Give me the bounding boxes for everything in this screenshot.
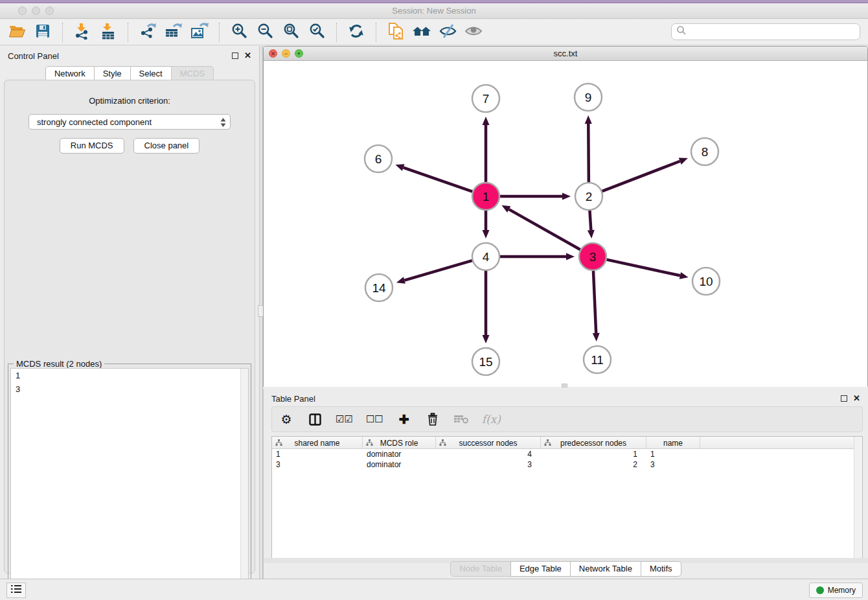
home-icon [412,24,431,41]
close-panel-icon[interactable]: ✕ [244,52,251,59]
graph-edge-3-1[interactable] [509,209,580,249]
shared-column-icon [366,439,373,446]
optimization-criterion-select[interactable]: strongly connected component [29,114,231,130]
column-header-name[interactable]: name [646,437,700,449]
zoom-in-button[interactable] [226,22,252,43]
table-cell[interactable]: 2 [541,459,646,470]
table-cell[interactable]: 3 [272,459,363,470]
zoom-selected-button[interactable] [304,22,330,43]
table-cell[interactable]: 3 [646,459,700,470]
table-cell[interactable]: 1 [272,449,363,459]
title-bar: Session: New Session [0,3,868,19]
float-table-panel-icon[interactable] [841,395,847,402]
network-minimize-button[interactable]: − [282,49,290,58]
toolbar-separator [376,23,376,42]
tab-network-table[interactable]: Network Table [570,561,641,577]
close-window-button[interactable] [18,6,27,15]
shared-column-icon [544,439,551,446]
graph-edge-2-8[interactable] [602,161,680,191]
unselect-all-columns-icon[interactable]: ☐☐ [366,413,383,425]
tab-edge-table[interactable]: Edge Table [510,561,571,577]
select-all-columns-icon[interactable]: ☑☑ [336,413,353,425]
graph-edge-3-11[interactable] [593,271,596,333]
hide-panel-button[interactable] [435,22,461,43]
main-toolbar [0,19,868,45]
show-columns-icon[interactable] [307,413,323,426]
close-table-panel-icon[interactable]: ✕ [853,395,860,402]
minimize-window-button[interactable] [32,6,40,15]
network-close-button[interactable]: ✕ [269,49,277,58]
table-row[interactable]: 1dominator411 [272,449,862,459]
memory-status-icon [816,586,824,594]
refresh-view-button[interactable] [343,22,369,43]
table-cell[interactable]: 3 [436,459,541,470]
column-header-successor-nodes[interactable]: successor nodes [436,437,541,449]
table-cell[interactable]: dominator [363,459,436,470]
export-image-button[interactable] [187,22,212,43]
close-panel-button[interactable]: Close panel [133,138,200,154]
import-table-icon [100,23,117,42]
network-maximize-button[interactable]: + [295,49,303,58]
create-column-icon[interactable]: ✚ [396,412,412,427]
table-cell[interactable]: 1 [541,449,646,459]
result-line: 1 [11,369,248,382]
export-table-button[interactable] [161,22,187,43]
task-list-icon [10,584,22,596]
column-header-shared-name[interactable]: shared name [272,437,363,449]
duplicate-network-button[interactable] [383,22,409,43]
save-session-button[interactable] [30,22,56,43]
graph-edge-4-14[interactable] [404,260,472,280]
table-panel-title: Table Panel [271,394,315,404]
shared-column-icon [439,439,446,446]
column-header-predecessor-nodes[interactable]: predecessor nodes [541,437,646,449]
column-header-MCDS-role[interactable]: MCDS role [363,437,436,449]
tab-node-table[interactable]: Node Table [450,561,511,577]
table-body: 1dominator4113dominator323 [272,449,862,470]
edge-arrowhead [585,115,592,124]
delete-column-trash-icon[interactable] [425,413,440,426]
zoom-fit-button[interactable] [278,22,304,43]
tab-motifs[interactable]: Motifs [641,561,681,577]
show-panel-button[interactable] [461,22,486,43]
import-table-button[interactable] [95,22,121,43]
maximize-window-button[interactable] [45,6,54,15]
memory-button[interactable]: Memory [809,583,863,598]
graph-node-label: 15 [479,355,492,369]
edge-arrowhead [395,164,404,170]
graph-edge-2-3[interactable] [589,211,591,230]
open-session-button[interactable] [4,22,30,43]
network-window-titlebar[interactable]: ✕ − + scc.txt [264,47,867,61]
import-network-button[interactable] [69,22,95,43]
zoom-out-button[interactable] [252,22,278,43]
task-history-button[interactable] [6,583,26,598]
mcds-result-list[interactable]: 13 [10,368,249,600]
table-cell[interactable]: dominator [363,449,436,459]
result-scrollbar[interactable] [240,369,248,600]
network-resize-grip[interactable] [562,384,567,387]
function-builder-icon: f(x) [482,413,501,426]
mcds-result-lines: 13 [11,369,248,396]
open-folder-icon [8,24,26,41]
table-scrollbar[interactable] [854,437,862,559]
table-row[interactable]: 3dominator323 [272,459,862,470]
table-cell[interactable]: 1 [646,449,700,459]
table-cell[interactable]: 4 [436,449,541,459]
column-header-label: successor nodes [459,439,517,448]
float-panel-icon[interactable] [232,52,238,59]
network-canvas[interactable]: 1234678910111415 [264,61,867,387]
search-input[interactable] [671,23,860,40]
save-floppy-icon [36,24,50,41]
home-layout-button[interactable] [409,22,435,43]
table-settings-gear-icon[interactable]: ⚙ [279,412,294,427]
run-mcds-button[interactable]: Run MCDS [60,138,124,154]
zoom-out-icon [257,23,273,41]
dropdown-stepper-icon [220,117,227,130]
node-table[interactable]: shared nameMCDS rolesuccessor nodesprede… [271,436,863,559]
zoom-selected-icon [309,23,325,41]
edge-arrowhead [562,193,571,200]
export-network-button[interactable] [135,22,161,43]
graph-edge-3-10[interactable] [606,260,680,276]
memory-label: Memory [828,586,856,595]
graph-edge-1-6[interactable] [404,168,473,192]
graph-edge-2-9[interactable] [588,124,589,182]
